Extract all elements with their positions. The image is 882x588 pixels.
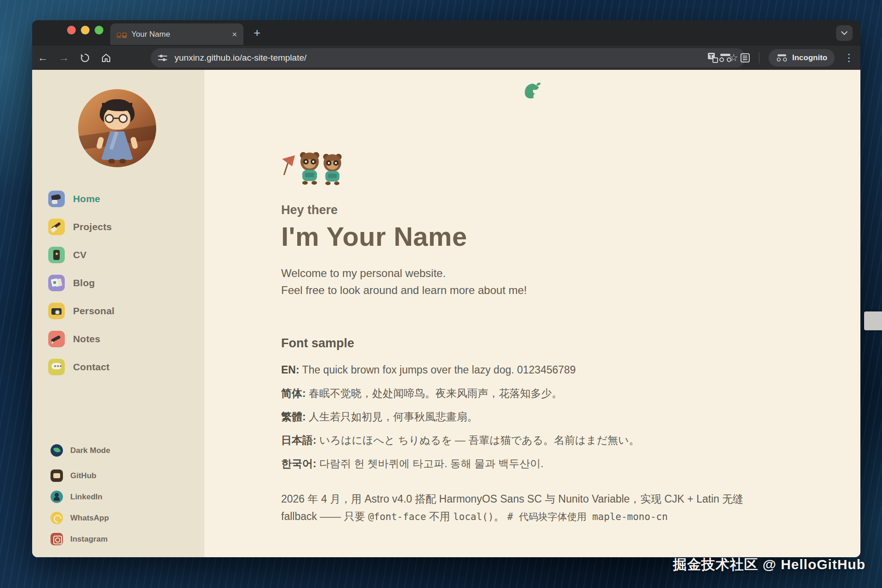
incognito-extension-icon[interactable] bbox=[719, 54, 731, 62]
timmy-tommy-image bbox=[281, 149, 759, 187]
sample-line-simplified: 简体: 春眠不觉晓，处处闻啼鸟。夜来风雨声，花落知多少。 bbox=[281, 388, 759, 399]
sidebar-item-cv[interactable]: CV bbox=[48, 247, 114, 263]
sample-line-traditional: 繁體: 人生若只如初見，何事秋風悲畫扇。 bbox=[281, 411, 759, 422]
url-text[interactable]: yunxinz.github.io/ac-site-template/ bbox=[175, 53, 708, 63]
toolbar-right: Incognito ⋮ bbox=[719, 45, 854, 70]
sidebar-footer: Dark Mode GitHub LinkedIn WhatsApp Insta… bbox=[51, 444, 110, 545]
incognito-icon bbox=[776, 54, 786, 61]
footer-label: LinkedIn bbox=[70, 492, 102, 502]
sample-label: 繁體: bbox=[281, 411, 306, 423]
tab-search-button[interactable] bbox=[836, 25, 853, 41]
watermark-text: 掘金技术社区 @ HelloGitHub bbox=[673, 555, 865, 574]
page-content: Home Projects CV Blog Personal bbox=[32, 70, 860, 557]
dark-mode-toggle[interactable]: Dark Mode bbox=[51, 444, 110, 457]
welcome-line: Welcome to my personal website. bbox=[281, 265, 759, 282]
instagram-icon bbox=[51, 533, 63, 545]
timmy-tommy-favicon-icon bbox=[117, 31, 127, 38]
nav-label: Projects bbox=[73, 221, 112, 232]
avatar[interactable] bbox=[78, 89, 156, 167]
nav-label: Home bbox=[73, 193, 100, 204]
linkedin-link[interactable]: LinkedIn bbox=[51, 491, 110, 503]
tab-title: Your Name bbox=[131, 30, 227, 39]
whatsapp-link[interactable]: WhatsApp bbox=[51, 512, 110, 524]
sidebar-item-projects[interactable]: Projects bbox=[48, 219, 114, 235]
sidebar-item-personal[interactable]: Personal bbox=[48, 303, 114, 319]
font-sample-heading: Font sample bbox=[281, 336, 759, 351]
footnote-code: @font-face bbox=[368, 511, 426, 522]
cv-card-icon bbox=[48, 247, 65, 263]
sample-text: 다람쥐 헌 쳇바퀴에 타고파. 동해 물과 백두산이. bbox=[317, 458, 544, 469]
translate-icon[interactable] bbox=[708, 53, 718, 63]
hero-column: Hey there I'm Your Name Welcome to my pe… bbox=[281, 70, 759, 526]
minimize-window-button[interactable] bbox=[81, 26, 90, 34]
camera-icon bbox=[48, 303, 65, 319]
footnote-text: 2026 年 4 月，用 Astro v4.0 搭配 HarmonyOS San… bbox=[281, 490, 757, 526]
sample-text: 人生若只如初見，何事秋風悲畫扇。 bbox=[306, 411, 478, 423]
footer-label: GitHub bbox=[70, 471, 96, 481]
sidebar-item-home[interactable]: Home bbox=[48, 191, 114, 207]
github-icon bbox=[51, 469, 63, 482]
welcome-text: Welcome to my personal website. Feel fre… bbox=[281, 265, 759, 299]
photos-icon bbox=[48, 275, 65, 291]
browser-menu-button[interactable]: ⋮ bbox=[844, 52, 854, 64]
reload-button[interactable] bbox=[74, 53, 96, 63]
background-window-peek bbox=[864, 311, 882, 330]
speech-bubble-icon bbox=[48, 359, 65, 375]
footnote-code: local() bbox=[453, 511, 494, 522]
page-title: I'm Your Name bbox=[281, 221, 759, 252]
sidebar-item-contact[interactable]: Contact bbox=[48, 359, 114, 375]
sidebar-nav: Home Projects CV Blog Personal bbox=[48, 191, 114, 375]
new-tab-button[interactable]: + bbox=[254, 27, 260, 39]
nav-label: Contact bbox=[73, 362, 110, 373]
maximize-window-button[interactable] bbox=[95, 26, 103, 34]
address-bar[interactable]: yunxinz.github.io/ac-site-template/ ☆ bbox=[151, 48, 746, 68]
whatsapp-icon bbox=[51, 512, 63, 524]
sample-text: The quick brown fox jumps over the lazy … bbox=[300, 364, 576, 376]
tab-close-icon[interactable]: × bbox=[232, 29, 237, 40]
site-settings-icon[interactable] bbox=[158, 55, 167, 61]
main-content: Hey there I'm Your Name Welcome to my pe… bbox=[204, 70, 860, 557]
footer-label: WhatsApp bbox=[70, 514, 109, 523]
nav-label: Blog bbox=[73, 277, 95, 288]
sidebar-item-blog[interactable]: Blog bbox=[48, 275, 114, 291]
github-link[interactable]: GitHub bbox=[51, 469, 110, 482]
greeting-text: Hey there bbox=[281, 203, 759, 217]
sample-text: いろはにほへと ちりぬるを — 吾輩は猫である。名前はまだ無い。 bbox=[317, 434, 639, 446]
font-sample-list: EN: The quick brown fox jumps over the l… bbox=[281, 364, 759, 469]
tab-strip: Your Name × + bbox=[32, 20, 860, 45]
sample-line-en: EN: The quick brown fox jumps over the l… bbox=[281, 364, 759, 375]
footnote-part: 。 bbox=[494, 510, 507, 522]
forward-button[interactable]: → bbox=[53, 51, 74, 64]
sample-text: 春眠不觉晓，处处闻啼鸟。夜来风雨声，花落知多少。 bbox=[306, 387, 562, 399]
linkedin-icon bbox=[51, 491, 63, 503]
toolbar-divider bbox=[759, 52, 759, 63]
leaf-moon-icon bbox=[51, 444, 63, 457]
close-window-button[interactable] bbox=[67, 26, 76, 34]
home-icon bbox=[48, 191, 65, 207]
sidebar: Home Projects CV Blog Personal bbox=[32, 70, 204, 557]
tools-icon bbox=[48, 219, 65, 235]
traffic-lights bbox=[67, 26, 103, 34]
browser-tab[interactable]: Your Name × bbox=[110, 23, 243, 45]
footnote-part: 不用 bbox=[426, 510, 453, 522]
browser-window: Your Name × + ← → yunxinz.github.io/ac-s… bbox=[32, 20, 860, 557]
nav-label: Personal bbox=[73, 305, 114, 317]
back-button[interactable]: ← bbox=[32, 51, 53, 64]
footnote-code: # 代码块字体使用 maple-mono-cn bbox=[507, 511, 667, 522]
incognito-label: Incognito bbox=[792, 53, 827, 62]
incognito-badge: Incognito bbox=[769, 49, 835, 67]
chevron-down-icon bbox=[841, 28, 848, 35]
reading-list-icon[interactable] bbox=[741, 53, 750, 62]
nav-label: CV bbox=[73, 249, 87, 260]
sample-line-japanese: 日本語: いろはにほへと ちりぬるを — 吾輩は猫である。名前はまだ無い。 bbox=[281, 435, 759, 446]
instagram-link[interactable]: Instagram bbox=[51, 533, 110, 545]
sample-label: 日本語: bbox=[281, 434, 317, 446]
browser-toolbar: ← → yunxinz.github.io/ac-site-template/ … bbox=[32, 45, 860, 70]
sample-line-korean: 한국어: 다람쥐 헌 쳇바퀴에 타고파. 동해 물과 백두산이. bbox=[281, 458, 759, 469]
nav-label: Notes bbox=[73, 334, 100, 345]
sample-label: 简体: bbox=[281, 387, 306, 399]
sidebar-item-notes[interactable]: Notes bbox=[48, 331, 114, 347]
sample-label: 한국어: bbox=[281, 458, 317, 469]
home-button[interactable] bbox=[96, 53, 117, 63]
welcome-line: Feel free to look around and learn more … bbox=[281, 282, 759, 299]
